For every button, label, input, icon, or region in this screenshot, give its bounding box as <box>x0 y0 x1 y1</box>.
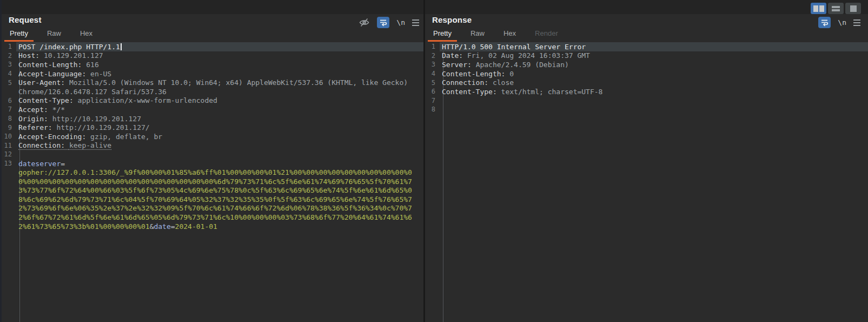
line-number: 6 <box>2 97 16 104</box>
editor-layout-toolbar <box>811 3 861 14</box>
editor-line[interactable]: 7 <box>425 96 868 106</box>
text-caret <box>121 43 122 50</box>
editor-line[interactable]: 8%6c%69%62%6d%79%73%71%6c%04%5f%70%69%64… <box>2 195 423 204</box>
editor-line[interactable]: 5Connection: close <box>425 78 868 87</box>
editor-line[interactable]: 2%6f%67%72%61%6d%5f%6e%61%6d%65%05%6d%79… <box>2 213 423 222</box>
code-segment: en-US <box>90 70 111 78</box>
hamburger-menu-icon[interactable] <box>853 19 860 26</box>
line-content[interactable]: Connection: keep-alive <box>16 141 423 150</box>
editor-line[interactable]: 6Content-Type: application/x-www-form-ur… <box>2 96 423 106</box>
line-number: 7 <box>425 97 439 104</box>
line-content[interactable]: Chrome/126.0.6478.127 Safari/537.36 <box>16 87 423 96</box>
line-content[interactable]: gopher://127.0.0.1:3306/_%9f%00%00%01%85… <box>16 168 423 177</box>
editor-line[interactable]: 4Accept-Language: en-US <box>2 69 423 78</box>
line-content[interactable]: 2%73%69%6f%6e%06%35%2e%37%2e%32%32%09%5f… <box>16 204 423 213</box>
line-content[interactable]: dateserver= <box>16 159 423 168</box>
code-segment: Chrome/126.0.6478.127 Safari/537.36 <box>18 88 167 96</box>
soft-wrap-toggle-icon[interactable] <box>818 17 831 28</box>
editor-line[interactable]: 11Connection: keep-alive <box>2 141 423 150</box>
editor-line[interactable]: 2%73%69%6f%6e%06%35%2e%37%2e%32%32%09%5f… <box>2 204 423 213</box>
line-content[interactable]: POST /index.php HTTP/1.1 <box>16 42 423 51</box>
code-segment: POST /index.php HTTP/1.1 <box>18 43 120 51</box>
line-content[interactable]: Referer: http://10.129.201.127/ <box>16 123 423 132</box>
line-content[interactable]: Date: Fri, 02 Aug 2024 16:03:37 GMT <box>440 51 868 61</box>
editor-line[interactable]: 12 <box>2 150 423 159</box>
line-content[interactable]: HTTP/1.0 500 Internal Server Error <box>440 42 868 51</box>
editor-line[interactable]: 6Content-Type: text/html; charset=UTF-8 <box>425 87 868 96</box>
line-content[interactable]: Origin: http://10.129.201.127 <box>16 114 423 123</box>
editor-line[interactable]: 3%73%77%6f%72%64%00%66%03%5f%6f%73%05%4c… <box>2 186 423 195</box>
line-content[interactable]: Accept: */* <box>16 105 423 114</box>
code-segment: Fri, 02 Aug 2024 16:03:37 GMT <box>467 51 590 60</box>
request-editor[interactable]: 1POST /index.php HTTP/1.12Host: 10.129.2… <box>2 41 423 322</box>
editor-line[interactable]: Chrome/126.0.6478.127 Safari/537.36 <box>2 87 423 96</box>
line-content[interactable]: 3%73%77%6f%72%64%00%66%03%5f%6f%73%05%4c… <box>16 186 423 195</box>
line-content[interactable] <box>440 105 868 114</box>
editor-line[interactable]: 4Content-Length: 0 <box>425 69 868 78</box>
line-content[interactable]: Connection: close <box>440 78 868 87</box>
tab-raw[interactable]: Raw <box>469 26 486 42</box>
line-content[interactable]: Accept-Encoding: gzip, deflate, br <box>16 132 423 141</box>
editor-line[interactable]: 8 <box>425 105 868 114</box>
line-content[interactable]: 2%6f%67%72%61%6d%5f%6e%61%6d%65%05%6d%79… <box>16 213 423 222</box>
line-number: 4 <box>2 70 16 77</box>
panel-splitter[interactable] <box>423 0 425 322</box>
response-editor[interactable]: 1HTTP/1.0 500 Internal Server Error2Date… <box>425 41 868 322</box>
line-number: 11 <box>2 142 16 149</box>
response-panel: Response PrettyRawHexRender \n 1HTTP/1.0… <box>425 14 868 322</box>
tab-hex[interactable]: Hex <box>502 26 517 42</box>
code-segment: gzip, deflate, br <box>90 133 162 141</box>
editor-line[interactable]: 2Date: Fri, 02 Aug 2024 16:03:37 GMT <box>425 51 868 61</box>
tab-pretty[interactable]: Pretty <box>9 26 29 42</box>
line-content[interactable]: Content-Length: 0 <box>440 69 868 78</box>
tab-raw[interactable]: Raw <box>46 26 62 42</box>
show-newlines-toggle[interactable]: \n <box>838 18 846 27</box>
editor-line[interactable]: 7Accept: */* <box>2 105 423 114</box>
editor-line[interactable]: 5User-Agent: Mozilla/5.0 (Windows NT 10.… <box>2 78 423 87</box>
line-content[interactable]: 0%00%00%00%00%00%00%00%00%00%00%00%00%00… <box>16 177 423 186</box>
editor-line[interactable]: 2Host: 10.129.201.127 <box>2 51 423 61</box>
single-pane-layout-button[interactable] <box>845 3 861 14</box>
hamburger-menu-icon[interactable] <box>412 19 419 26</box>
editor-line[interactable]: 2%61%73%65%73%3b%01%00%00%00%01&date=202… <box>2 222 423 231</box>
code-segment: 2%6f%67%72%61%6d%5f%6e%61%6d%65%05%6d%79… <box>18 213 412 221</box>
line-content[interactable]: 2%61%73%65%73%3b%01%00%00%00%01&date=202… <box>16 222 423 231</box>
line-number: 5 <box>425 79 439 87</box>
line-content[interactable]: Content-Length: 616 <box>16 60 423 69</box>
code-segment: date <box>154 222 170 231</box>
split-columns-layout-button[interactable] <box>811 3 826 14</box>
editor-line[interactable]: 13dateserver= <box>2 159 423 168</box>
editor-line[interactable]: 1POST /index.php HTTP/1.1 <box>2 42 423 51</box>
line-content[interactable]: User-Agent: Mozilla/5.0 (Windows NT 10.0… <box>16 78 423 87</box>
line-number: 8 <box>425 106 439 113</box>
editor-line[interactable]: 1HTTP/1.0 500 Internal Server Error <box>425 42 868 51</box>
code-segment: 2%73%69%6f%6e%06%35%2e%37%2e%32%32%09%5f… <box>18 204 412 212</box>
code-segment: User-Agent: <box>18 78 69 87</box>
line-content[interactable] <box>16 150 423 159</box>
line-number: 9 <box>2 124 16 132</box>
line-content[interactable]: Host: 10.129.201.127 <box>16 51 423 61</box>
line-number: 3 <box>2 61 16 68</box>
code-segment: 2%61%73%65%73%3b%01%00%00%00%01 <box>18 222 150 231</box>
line-content[interactable] <box>440 96 868 106</box>
line-content[interactable]: 8%6c%69%62%6d%79%73%71%6c%04%5f%70%69%64… <box>16 195 423 204</box>
editor-line[interactable]: 10Accept-Encoding: gzip, deflate, br <box>2 132 423 141</box>
tab-hex[interactable]: Hex <box>79 26 94 42</box>
editor-line[interactable]: 3Server: Apache/2.4.59 (Debian) <box>425 60 868 69</box>
split-rows-layout-button[interactable] <box>828 3 844 14</box>
line-content[interactable]: Accept-Language: en-US <box>16 69 423 78</box>
eye-slash-icon[interactable] <box>359 17 370 28</box>
editor-line[interactable]: 8Origin: http://10.129.201.127 <box>2 114 423 123</box>
editor-line[interactable]: 0%00%00%00%00%00%00%00%00%00%00%00%00%00… <box>2 177 423 186</box>
line-content[interactable]: Content-Type: application/x-www-form-url… <box>16 96 423 106</box>
editor-line[interactable]: 3Content-Length: 616 <box>2 60 423 69</box>
editor-line[interactable]: gopher://127.0.0.1:3306/_%9f%00%00%01%85… <box>2 168 423 177</box>
code-segment: HTTP/1.0 500 Internal Server Error <box>442 43 586 51</box>
soft-wrap-toggle-icon[interactable] <box>377 17 389 28</box>
editor-line[interactable]: 9Referer: http://10.129.201.127/ <box>2 123 423 132</box>
show-newlines-toggle[interactable]: \n <box>396 18 405 27</box>
line-content[interactable]: Content-Type: text/html; charset=UTF-8 <box>440 87 868 96</box>
response-message-toolbar: \n <box>818 17 860 28</box>
line-content[interactable]: Server: Apache/2.4.59 (Debian) <box>440 60 868 69</box>
tab-pretty[interactable]: Pretty <box>432 26 453 42</box>
